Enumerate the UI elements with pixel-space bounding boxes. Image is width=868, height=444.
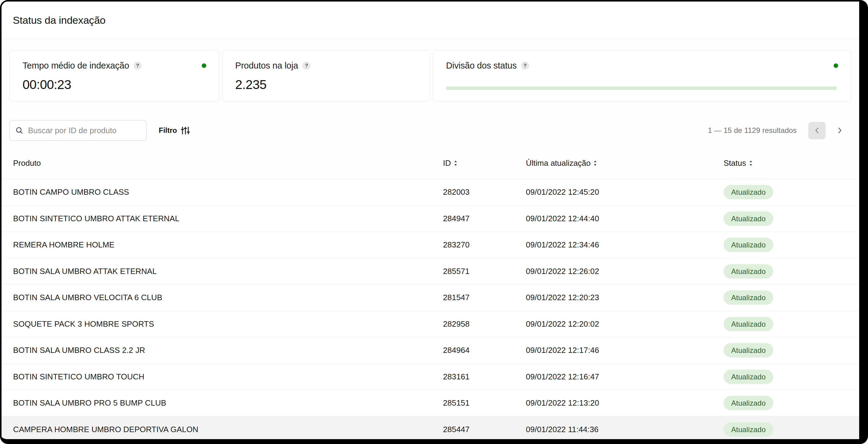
- last-updated: 09/01/2022 12:34:46: [526, 240, 723, 249]
- status-badge: Atualizado: [723, 343, 773, 357]
- filter-sliders-icon: [181, 126, 190, 135]
- table-toolbar: Filtro 1 — 15 de 1129 resultados: [2, 120, 859, 141]
- table-row[interactable]: BOTIN SALA UMBRO VELOCITA 6 CLUB 281547 …: [2, 285, 859, 311]
- products-table: Produto ID Última atualização Status: [2, 141, 859, 443]
- product-id: 284947: [443, 214, 526, 224]
- table-body: BOTIN CAMPO UMBRO CLASS 282003 09/01/202…: [2, 179, 859, 443]
- last-updated: 09/01/2022 12:45:20: [526, 187, 723, 197]
- card-value: 00:00:23: [23, 78, 206, 92]
- search-icon: [15, 126, 24, 135]
- prev-page-button[interactable]: [808, 122, 826, 139]
- product-name: CAMPERA HOMBRE UMBRO DEPORTIVA GALON: [13, 425, 443, 434]
- table-row[interactable]: SOQUETE PACK 3 HOMBRE SPORTS 282958 09/0…: [2, 311, 859, 338]
- table-row[interactable]: BOTIN SALA UMBRO ATTAK ETERNAL 285571 09…: [2, 259, 859, 285]
- table-row[interactable]: REMERA HOMBRE HOLME 283270 09/01/2022 12…: [2, 232, 859, 259]
- chevron-left-icon: [813, 126, 821, 135]
- status-distribution-bar-fill: [446, 87, 837, 90]
- product-name: BOTIN SINTETICO UMBRO TOUCH: [13, 372, 443, 382]
- card-title: Divisão dos status: [446, 61, 517, 71]
- help-icon[interactable]: ?: [302, 62, 310, 70]
- product-id: 285447: [443, 425, 526, 434]
- app-window: Status da indexação Tempo médio de index…: [0, 0, 868, 444]
- product-name: BOTIN CAMPO UMBRO CLASS: [13, 187, 443, 197]
- sort-icon[interactable]: [749, 160, 752, 166]
- status-dot-icon: [202, 63, 206, 68]
- product-name: BOTIN SALA UMBRO VELOCITA 6 CLUB: [13, 293, 443, 302]
- status-distribution-bar: [446, 87, 837, 90]
- last-updated: 09/01/2022 11:44:36: [526, 425, 723, 434]
- card-title: Produtos na loja: [235, 61, 298, 71]
- table-row[interactable]: BOTIN SINTETICO UMBRO ATTAK ETERNAL 2849…: [2, 206, 859, 232]
- product-id: 284964: [443, 346, 526, 355]
- chevron-right-icon: [836, 126, 844, 135]
- product-id: 282958: [443, 319, 526, 329]
- product-id: 283270: [443, 240, 526, 249]
- status-badge: Atualizado: [723, 396, 773, 410]
- product-id: 285151: [443, 398, 526, 408]
- card-status-distribution: Divisão dos status ?: [433, 50, 851, 101]
- product-id: 282003: [443, 187, 526, 197]
- status-dot-icon: [834, 63, 838, 68]
- pagination: 1 — 15 de 1129 resultados: [708, 122, 846, 139]
- help-icon[interactable]: ?: [521, 62, 529, 70]
- card-products-in-store: Produtos na loja ? 2.235: [222, 50, 430, 101]
- table-header-row: Produto ID Última atualização Status: [2, 141, 859, 179]
- status-badge: Atualizado: [723, 211, 773, 226]
- table-row[interactable]: BOTIN CAMPO UMBRO CLASS 282003 09/01/202…: [2, 179, 859, 206]
- product-id: 283161: [443, 372, 526, 382]
- last-updated: 09/01/2022 12:16:47: [526, 372, 723, 382]
- column-header-ultima-atualizacao[interactable]: Última atualização: [526, 158, 723, 168]
- card-value: 2.235: [235, 78, 417, 92]
- product-name: BOTIN SALA UMBRO CLASS 2.2 JR: [13, 346, 443, 355]
- column-header-produto: Produto: [13, 158, 443, 168]
- card-avg-indexing-time: Tempo médio de indexação ? 00:00:23: [9, 50, 219, 101]
- last-updated: 09/01/2022 12:20:02: [526, 319, 723, 329]
- product-name: SOQUETE PACK 3 HOMBRE SPORTS: [13, 319, 443, 329]
- last-updated: 09/01/2022 12:13:20: [526, 398, 723, 408]
- table-row[interactable]: CAMPERA HOMBRE UMBRO DEPORTIVA GALON 285…: [2, 417, 859, 443]
- summary-cards: Tempo médio de indexação ? 00:00:23 Prod…: [2, 50, 859, 101]
- page-header: Status da indexação: [2, 2, 859, 39]
- status-badge: Atualizado: [723, 369, 773, 384]
- last-updated: 09/01/2022 12:26:02: [526, 267, 723, 276]
- product-id: 285571: [443, 267, 526, 276]
- status-badge: Atualizado: [723, 290, 773, 305]
- last-updated: 09/01/2022 12:44:40: [526, 214, 723, 224]
- table-row[interactable]: BOTIN SALA UMBRO CLASS 2.2 JR 284964 09/…: [2, 337, 859, 364]
- status-badge: Atualizado: [723, 422, 773, 437]
- search-box[interactable]: [9, 120, 147, 141]
- filter-label: Filtro: [159, 126, 177, 135]
- sort-icon[interactable]: [454, 160, 457, 166]
- column-header-id[interactable]: ID: [443, 158, 526, 168]
- page-title: Status da indexação: [13, 14, 105, 26]
- last-updated: 09/01/2022 12:17:46: [526, 346, 723, 355]
- table-row[interactable]: BOTIN SALA UMBRO PRO 5 BUMP CLUB 285151 …: [2, 390, 859, 417]
- filter-button[interactable]: Filtro: [159, 126, 190, 135]
- status-badge: Atualizado: [723, 264, 773, 278]
- product-name: BOTIN SALA UMBRO ATTAK ETERNAL: [13, 267, 443, 276]
- next-page-button[interactable]: [834, 122, 846, 139]
- product-name: BOTIN SINTETICO UMBRO ATTAK ETERNAL: [13, 214, 443, 224]
- pagination-summary: 1 — 15 de 1129 resultados: [708, 126, 797, 135]
- last-updated: 09/01/2022 12:20:23: [526, 293, 723, 302]
- product-name: REMERA HOMBRE HOLME: [13, 240, 443, 249]
- table-row[interactable]: BOTIN SINTETICO UMBRO TOUCH 283161 09/01…: [2, 364, 859, 390]
- product-id: 281547: [443, 293, 526, 302]
- status-badge: Atualizado: [723, 238, 773, 252]
- card-title: Tempo médio de indexação: [23, 61, 129, 71]
- column-header-status[interactable]: Status: [723, 158, 859, 168]
- sort-icon[interactable]: [593, 160, 597, 166]
- search-input[interactable]: [28, 126, 141, 135]
- status-badge: Atualizado: [723, 317, 773, 331]
- status-badge: Atualizado: [723, 185, 773, 199]
- product-name: BOTIN SALA UMBRO PRO 5 BUMP CLUB: [13, 398, 443, 408]
- help-icon[interactable]: ?: [133, 62, 142, 70]
